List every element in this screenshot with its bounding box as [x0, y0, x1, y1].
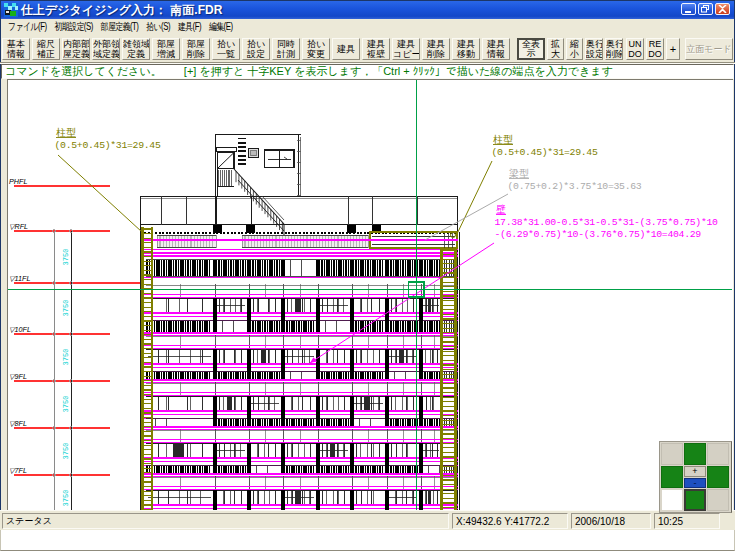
story-height-dim-5: 3750 — [62, 490, 70, 507]
toolbar-button-cross-key[interactable]: + — [666, 38, 680, 60]
nav-zoom-in-button[interactable]: + — [684, 466, 706, 477]
toolbar-button-zoom-in[interactable]: 拡大 — [547, 38, 564, 60]
svg-text:柱型: 柱型 — [493, 134, 513, 145]
story-height-dim-3: 3750 — [62, 396, 70, 413]
svg-text:梁型: 梁型 — [509, 168, 529, 179]
svg-text:-(6.29*0.75)*10-(3.76*0.75)*10: -(6.29*0.75)*10-(3.76*0.75)*10=404.29 — [495, 229, 702, 240]
title-bar[interactable]: 仕上デジタイジング入力： 南面.FDR — [1, 1, 734, 19]
toolbar-button-show-all[interactable]: 全表示 — [517, 38, 545, 60]
cursor-coordinates: X:49432.6 Y:41772.2 — [452, 513, 568, 529]
story-height-dim-4: 3750 — [62, 443, 70, 460]
level-label-0: PHFL — [9, 177, 27, 186]
annotation-column-left: 柱型(0.5+0.45)*31=29.45 — [55, 127, 161, 232]
nav-pan-top-right[interactable] — [707, 443, 729, 465]
toolbar-button-undo[interactable]: UNDO — [626, 38, 644, 60]
minimize-button[interactable] — [681, 3, 696, 15]
time-panel: 10:25 — [654, 513, 720, 529]
toolbar-button-fitting-fukukabe[interactable]: 建具複壁 — [362, 38, 390, 60]
nav-pan-left[interactable] — [661, 466, 683, 488]
toolbar-button-takeoff-setting[interactable]: 拾い設定 — [242, 38, 270, 60]
level-label-2: ▽11FL — [9, 274, 30, 283]
svg-text:17.38*31.00-0.5*31-0.5*31-(3.7: 17.38*31.00-0.5*31-0.5*31-(3.75*0.75)*10 — [495, 217, 719, 228]
menu-item-3[interactable]: 拾い(S) — [142, 19, 174, 36]
bottom-strip — [0, 530, 735, 551]
toolbar-button-inner-room-define[interactable]: 内部部屋定義 — [62, 38, 90, 60]
level-label-4: ▽9FL — [9, 372, 27, 381]
elevation-drawing: PHFL▽RFL▽11FL▽10FL▽9FL▽8FL▽7FL3750375037… — [8, 80, 732, 510]
toolbar-button-fitting[interactable]: 建具 — [332, 38, 360, 60]
nav-zoom-out-button[interactable]: - — [684, 478, 706, 489]
toolbar-button-depth-delete[interactable]: 奥行削除 — [605, 38, 623, 60]
level-label-1: ▽RFL — [9, 222, 28, 231]
nav-pan-down[interactable] — [684, 489, 706, 511]
toolbar: 基本情報縮尺補正内部部屋定義外部領域定義雑領域定義部屋増減部屋削除拾い一覧拾い設… — [1, 36, 734, 62]
toolbar-button-elevation-mode[interactable]: 立面モード — [685, 38, 733, 60]
menu-item-0[interactable]: ファイル(F) — [4, 19, 50, 36]
toolbar-button-room-add-remove[interactable]: 部屋増減 — [152, 38, 180, 60]
nav-pan-top-left[interactable] — [661, 443, 683, 465]
toolbar-button-redo[interactable]: REDO — [646, 38, 664, 60]
drawing-canvas[interactable]: PHFL▽RFL▽11FL▽10FL▽9FL▽8FL▽7FL3750375037… — [7, 79, 733, 510]
toolbar-button-misc-area-define[interactable]: 雑領域定義 — [122, 38, 150, 60]
svg-text:柱型: 柱型 — [56, 127, 76, 138]
menu-item-1[interactable]: 初期設定(S) — [51, 19, 97, 36]
toolbar-button-fitting-delete[interactable]: 建具削除 — [422, 38, 450, 60]
message-bar: コマンドを選択してください。 [+] を押すと 十字KEY を表示します，「Ct… — [1, 64, 734, 79]
toolbar-button-basic-info[interactable]: 基本情報 — [2, 38, 30, 60]
toolbar-button-outer-area-define[interactable]: 外部領域定義 — [92, 38, 120, 60]
story-height-dim-0: 3750 — [62, 249, 70, 266]
svg-text:(0.5+0.45)*31=29.45: (0.5+0.45)*31=29.45 — [55, 140, 161, 151]
restore-button[interactable] — [698, 3, 713, 15]
status-bar: ステータス X:49432.6 Y:41772.2 2006/10/18 10:… — [0, 510, 735, 530]
nav-pan-bottom-left[interactable] — [661, 489, 683, 511]
toolbar-button-takeoff-list[interactable]: 拾い一覧 — [212, 38, 240, 60]
date-panel: 2006/10/18 — [571, 513, 651, 529]
toolbar-button-zoom-out[interactable]: 縮小 — [566, 38, 583, 60]
toolbar-button-fitting-copy[interactable]: 建具コピー — [392, 38, 420, 60]
svg-text:(0.75+0.2)*3.75*10=35.63: (0.75+0.2)*3.75*10=35.63 — [508, 181, 642, 192]
toolbar-button-scale-correction[interactable]: 縮尺補正 — [32, 38, 60, 60]
menu-item-5[interactable]: 編集(E) — [205, 19, 236, 36]
status-message-panel: ステータス — [2, 513, 449, 529]
level-label-6: ▽7FL — [9, 466, 27, 475]
nav-pan-right[interactable] — [707, 466, 729, 488]
pan-zoom-widget: +- — [659, 441, 732, 513]
toolbar-button-room-delete[interactable]: 部屋削除 — [182, 38, 210, 60]
window-title: 仕上デジタイジング入力： 南面.FDR — [21, 2, 222, 19]
story-height-dim-1: 3750 — [62, 300, 70, 317]
story-height-dim-2: 3750 — [62, 349, 70, 366]
toolbar-button-fitting-info[interactable]: 建具情報 — [482, 38, 510, 60]
toolbar-button-depth-setting[interactable]: 奥行設定 — [585, 38, 603, 60]
close-button[interactable] — [715, 3, 730, 15]
level-label-5: ▽8FL — [9, 419, 27, 428]
svg-text:(0.5+0.45)*31=29.45: (0.5+0.45)*31=29.45 — [492, 147, 598, 158]
nav-pan-up[interactable] — [684, 443, 706, 465]
menu-item-4[interactable]: 建具(F) — [174, 19, 205, 36]
svg-text:壁: 壁 — [496, 204, 506, 215]
nav-pan-bottom-right[interactable] — [707, 489, 729, 511]
annotation-wall: 壁17.38*31.00-0.5*31-0.5*31-(3.75*0.75)*1… — [310, 204, 718, 363]
toolbar-button-simul-measure[interactable]: 同時計測 — [272, 38, 300, 60]
menu-bar: ファイル(F)初期設定(S)部屋定義(T)拾い(S)建具(F)編集(E) — [1, 19, 573, 36]
toolbar-button-takeoff-change[interactable]: 拾い変更 — [302, 38, 330, 60]
menu-item-2[interactable]: 部屋定義(T) — [97, 19, 143, 36]
app-icon — [4, 3, 18, 17]
nav-zoom-cell: +- — [684, 466, 706, 488]
level-label-3: ▽10FL — [9, 325, 31, 334]
application-window: 仕上デジタイジング入力： 南面.FDR ファイル(F)初期設定(S)部屋定義(T… — [0, 0, 735, 551]
toolbar-button-fitting-move[interactable]: 建具移動 — [452, 38, 480, 60]
